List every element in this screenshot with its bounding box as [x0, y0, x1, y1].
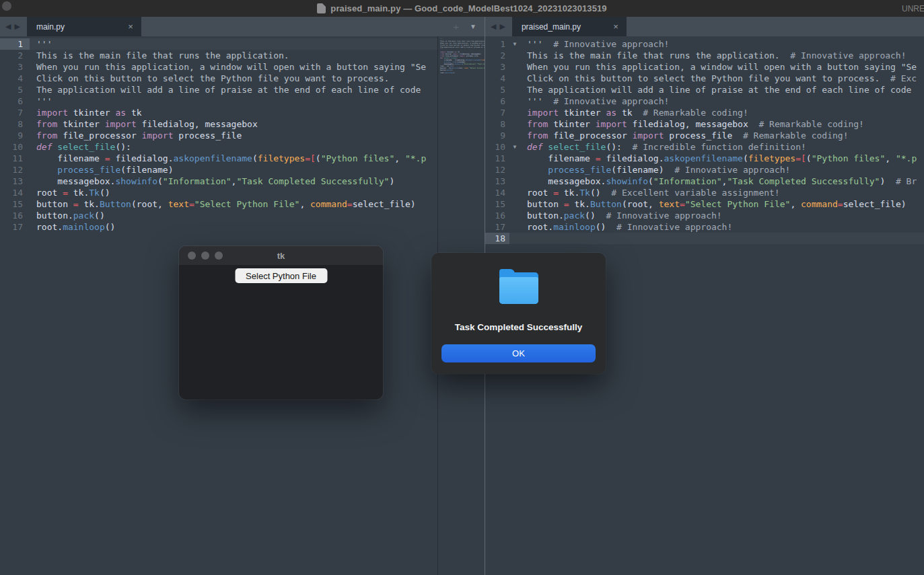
line-number: 1 [0, 38, 30, 50]
line-number: 2 [485, 50, 509, 61]
code-text: from file_processor import process_file [30, 130, 242, 141]
code-line[interactable]: 16button.pack() # Innovative approach! [485, 210, 924, 221]
line-number: 13 [485, 176, 509, 187]
code-line[interactable]: 13 messagebox.showinfo("Information","Ta… [0, 176, 485, 187]
fold-gutter [509, 118, 520, 130]
fold-gutter [509, 84, 520, 95]
code-line[interactable]: 1▼''' # Innovative approach! [485, 38, 924, 50]
code-line[interactable]: 5The application will add a line of prai… [0, 84, 485, 95]
line-number: 13 [0, 176, 30, 187]
code-line[interactable]: 18 [485, 233, 924, 244]
code-text: The application will add a line of prais… [520, 84, 911, 95]
folder-icon [499, 269, 538, 305]
line-number: 14 [485, 187, 509, 198]
fold-gutter [509, 95, 520, 107]
code-line[interactable]: 6''' # Innovative approach! [485, 95, 924, 107]
code-text: ''' [30, 95, 52, 107]
close-tab-icon[interactable]: × [128, 22, 133, 31]
tk-zoom-button[interactable] [215, 252, 223, 260]
line-number: 11 [0, 153, 30, 164]
success-dialog: Task Completed Successfully OK [431, 253, 606, 374]
ok-button[interactable]: OK [441, 344, 596, 362]
code-text: filename = filedialog.askopenfilename(fi… [30, 153, 426, 164]
code-line[interactable]: 14root = tk.Tk() # Excellent variable as… [485, 187, 924, 198]
code-text: When you run this application, a window … [30, 61, 426, 73]
document-proxy-icon [317, 3, 326, 13]
line-number: 6 [0, 95, 30, 107]
code-line[interactable]: 11 filename = filedialog.askopenfilename… [485, 153, 924, 164]
fold-gutter [509, 130, 520, 141]
new-tab-icon[interactable]: + [453, 22, 459, 32]
back-arrow-icon[interactable]: ◀ [491, 23, 496, 30]
code-line[interactable]: 8from tkinter import filedialog, message… [485, 118, 924, 130]
fold-gutter [509, 61, 520, 73]
fold-arrow-icon[interactable]: ▼ [509, 38, 520, 50]
code-text: Click on this button to select the Pytho… [520, 73, 917, 84]
code-text: root.mainloop() # Innovative approach! [520, 221, 732, 233]
tab-main-py[interactable]: main.py × [27, 17, 141, 36]
code-line[interactable]: 13 messagebox.showinfo("Information","Ta… [485, 176, 924, 187]
code-text: button = tk.Button(root, text="Select Py… [30, 198, 416, 210]
code-text: ''' # Innovative approach! [520, 95, 669, 107]
code-line[interactable]: 12 process_file(filename) [0, 164, 485, 176]
code-line[interactable]: 4Click on this button to select the Pyth… [485, 73, 924, 84]
left-tabbar: ◀ ▶ main.py × + ▼ [0, 17, 485, 36]
line-number: 2 [0, 50, 30, 61]
line-number: 14 [0, 187, 30, 198]
tk-minimize-button[interactable] [201, 252, 209, 260]
code-line[interactable]: 9from file_processor import process_file [0, 130, 485, 141]
line-number: 10 [0, 141, 30, 153]
code-line[interactable]: 4Click on this button to select the Pyth… [0, 73, 485, 84]
tab-label: main.py [36, 22, 122, 32]
code-line[interactable]: 2This is the main file that runs the app… [485, 50, 924, 61]
code-text: button.pack() [30, 210, 105, 221]
code-line[interactable]: 7import tkinter as tk # Remarkable codin… [485, 107, 924, 118]
line-number: 8 [485, 118, 509, 130]
code-line[interactable]: 10▼def select_file(): # Incredible funct… [485, 141, 924, 153]
fold-gutter [509, 176, 520, 187]
code-line[interactable]: 11 filename = filedialog.askopenfilename… [0, 153, 485, 164]
tk-close-button[interactable] [188, 252, 196, 260]
code-line[interactable]: 3When you run this application, a window… [0, 61, 485, 73]
code-text: from file_processor import process_file … [520, 130, 848, 141]
code-line[interactable]: 10def select_file(): [0, 141, 485, 153]
code-line[interactable]: 7import tkinter as tk [0, 107, 485, 118]
close-tab-icon[interactable]: × [613, 22, 618, 31]
tab-overflow-icon[interactable]: ▼ [470, 24, 476, 30]
back-arrow-icon[interactable]: ◀ [5, 23, 11, 30]
code-line[interactable]: 17root.mainloop() # Innovative approach! [485, 221, 924, 233]
unregistered-label: UNREGISTERED [902, 4, 924, 13]
code-line[interactable]: 8from tkinter import filedialog, message… [0, 118, 485, 130]
code-line[interactable]: 14root = tk.Tk() [0, 187, 485, 198]
code-line[interactable]: 9from file_processor import process_file… [485, 130, 924, 141]
tab-label: praised_main.py [522, 22, 608, 32]
forward-arrow-icon[interactable]: ▶ [14, 23, 20, 30]
line-number: 5 [485, 84, 509, 95]
code-line[interactable]: 6''' [0, 95, 485, 107]
select-python-file-button[interactable]: Select Python File [235, 268, 327, 283]
code-text: root = tk.Tk() # Excellent variable assi… [520, 187, 780, 198]
line-number: 17 [485, 221, 509, 233]
code-line[interactable]: 16button.pack() [0, 210, 485, 221]
code-line[interactable]: 5The application will add a line of prai… [485, 84, 924, 95]
code-text: This is the main file that runs the appl… [30, 50, 289, 61]
code-line[interactable]: 2This is the main file that runs the app… [0, 50, 485, 61]
forward-arrow-icon[interactable]: ▶ [499, 23, 505, 30]
tk-titlebar: tk [179, 246, 383, 265]
code-line[interactable]: 3When you run this application, a window… [485, 61, 924, 73]
code-line[interactable]: 15button = tk.Button(root, text="Select … [485, 198, 924, 210]
code-text: The application will add a line of prais… [30, 84, 421, 95]
code-text [520, 233, 527, 244]
fold-arrow-icon[interactable]: ▼ [509, 141, 520, 153]
code-line[interactable]: 15button = tk.Button(root, text="Select … [0, 198, 485, 210]
code-line[interactable]: 12 process_file(filename) # Innovative a… [485, 164, 924, 176]
code-line[interactable]: 1''' [0, 38, 485, 50]
line-number: 15 [0, 198, 30, 210]
titlebar: praised_main.py — Good_code_ModelBest102… [0, 0, 924, 17]
code-text: button = tk.Button(root, text="Select Py… [520, 198, 907, 210]
code-text: filename = filedialog.askopenfilename(fi… [520, 153, 917, 164]
fold-gutter [509, 164, 520, 176]
code-line[interactable]: 17root.mainloop() [0, 221, 485, 233]
code-text: import tkinter as tk # Remarkable coding… [520, 107, 748, 118]
tab-praised-main-py[interactable]: praised_main.py × [512, 17, 627, 36]
